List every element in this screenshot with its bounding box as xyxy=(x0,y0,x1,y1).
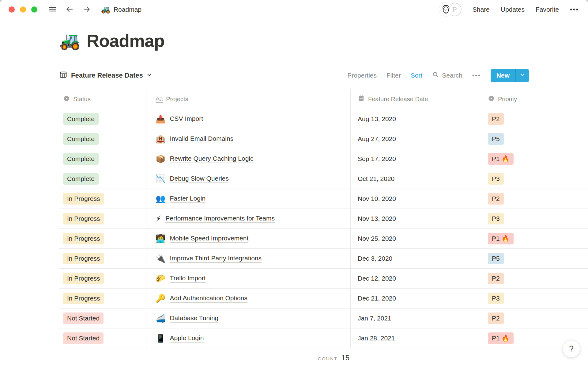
close-window-button[interactable] xyxy=(9,6,15,13)
filter-button[interactable]: Filter xyxy=(386,72,401,79)
project-emoji-icon: 🔌 xyxy=(156,255,165,263)
date-cell[interactable]: Oct 21, 2020 xyxy=(351,169,483,189)
project-page-link[interactable]: ⚡ Performance Improvements for Teams xyxy=(156,215,275,223)
status-cell[interactable]: Complete xyxy=(59,169,146,189)
column-header-status[interactable]: Status xyxy=(59,89,146,109)
page-title[interactable]: Roadmap xyxy=(87,31,164,51)
priority-cell[interactable]: P2 xyxy=(483,269,588,288)
project-cell[interactable]: 🔑 Add Authentication Options xyxy=(146,289,351,308)
status-cell[interactable]: In Progress xyxy=(59,209,146,228)
view-more-button[interactable]: ••• xyxy=(472,72,481,79)
project-cell[interactable]: 📥 CSV Import xyxy=(146,109,351,129)
project-page-link[interactable]: 🔌 Improve Third Party Integrations xyxy=(156,255,262,263)
table-calculation-row[interactable]: COUNT 15 xyxy=(59,348,351,362)
project-title: Debug Slow Queries xyxy=(170,175,229,183)
search-button[interactable]: Search xyxy=(432,71,462,80)
project-page-link[interactable]: 🌮 Trello Import xyxy=(156,274,206,283)
project-cell[interactable]: 👩‍💻 Mobile Speed Improvement xyxy=(146,229,351,248)
sort-button[interactable]: Sort xyxy=(411,72,423,79)
status-cell[interactable]: In Progress xyxy=(59,189,146,209)
status-cell[interactable]: Complete xyxy=(59,129,146,149)
project-cell[interactable]: ⚡ Performance Improvements for Teams xyxy=(146,209,351,228)
project-page-link[interactable]: 👩‍💻 Mobile Speed Improvement xyxy=(156,235,248,243)
project-cell[interactable]: 🔌 Improve Third Party Integrations xyxy=(146,249,351,268)
date-cell[interactable]: Nov 10, 2020 xyxy=(351,189,483,209)
column-header-priority[interactable]: Priority xyxy=(483,89,588,109)
status-cell[interactable]: Complete xyxy=(59,109,146,129)
project-page-link[interactable]: 🚄 Database Tuning xyxy=(156,314,218,323)
priority-cell[interactable]: P2 xyxy=(483,189,588,209)
minimize-window-button[interactable] xyxy=(20,6,26,13)
zoom-window-button[interactable] xyxy=(31,6,37,13)
date-cell[interactable]: Jan 28, 2021 xyxy=(351,328,483,348)
status-cell[interactable]: Not Started xyxy=(59,309,146,328)
project-title: CSV Import xyxy=(170,115,203,123)
date-cell[interactable]: Dec 12, 2020 xyxy=(351,269,483,288)
priority-cell[interactable]: P2 xyxy=(483,109,588,129)
project-page-link[interactable]: 📉 Debug Slow Queries xyxy=(156,175,229,183)
project-page-link[interactable]: 👥 Faster Login xyxy=(156,195,205,203)
project-cell[interactable]: 🌮 Trello Import xyxy=(146,269,351,288)
breadcrumb[interactable]: 🚜 Roadmap xyxy=(101,6,141,13)
properties-button[interactable]: Properties xyxy=(347,72,377,79)
project-page-link[interactable]: 📦 Rewrite Query Caching Logic xyxy=(156,155,254,163)
date-cell[interactable]: Aug 27, 2020 xyxy=(351,129,483,149)
project-cell[interactable]: 👥 Faster Login xyxy=(146,189,351,209)
collaborator-avatars[interactable]: P xyxy=(439,3,462,16)
date-cell[interactable]: Aug 13, 2020 xyxy=(351,109,483,129)
priority-cell[interactable]: P5 xyxy=(483,129,588,149)
sidebar-menu-button[interactable] xyxy=(48,5,57,14)
status-badge: Complete xyxy=(63,173,99,184)
project-page-link[interactable]: 🏨 Invalid Email Domains xyxy=(156,135,233,143)
priority-cell[interactable]: P5 xyxy=(483,249,588,268)
priority-cell[interactable]: P1 🔥 xyxy=(483,229,588,248)
table-row: Complete 📥 CSV Import Aug 13, 2020 P2 xyxy=(59,109,588,129)
favorite-button[interactable]: Favorite xyxy=(536,6,559,13)
status-cell[interactable]: Complete xyxy=(59,149,146,169)
table-row: In Progress 👩‍💻 Mobile Speed Improvement… xyxy=(59,229,588,249)
view-selector[interactable]: Feature Release Dates xyxy=(59,71,152,81)
priority-cell[interactable]: P3 xyxy=(483,209,588,228)
priority-cell[interactable]: P3 xyxy=(483,169,588,189)
project-cell[interactable]: 🏨 Invalid Email Domains xyxy=(146,129,351,149)
date-cell[interactable]: Nov 25, 2020 xyxy=(351,229,483,248)
date-cell[interactable]: Dec 3, 2020 xyxy=(351,249,483,268)
column-header-projects[interactable]: Aa Projects xyxy=(146,89,351,109)
status-cell[interactable]: In Progress xyxy=(59,289,146,308)
date-cell[interactable]: Sep 17, 2020 xyxy=(351,149,483,169)
more-options-button[interactable]: ••• xyxy=(570,6,579,13)
project-cell[interactable]: 📱 Apple Login xyxy=(146,328,351,348)
page-icon-tractor[interactable]: 🚜 xyxy=(59,32,81,49)
project-cell[interactable]: 📉 Debug Slow Queries xyxy=(146,169,351,189)
status-cell[interactable]: In Progress xyxy=(59,249,146,268)
release-date: Nov 10, 2020 xyxy=(358,195,396,202)
status-badge: Not Started xyxy=(63,312,104,324)
table-row: Not Started 📱 Apple Login Jan 28, 2021 P… xyxy=(59,328,588,348)
status-cell[interactable]: In Progress xyxy=(59,229,146,248)
new-button[interactable]: New xyxy=(491,69,529,82)
date-cell[interactable]: Jan 7, 2021 xyxy=(351,309,483,328)
column-header-feature-release-date[interactable]: Feature Release Date xyxy=(351,89,483,109)
status-cell[interactable]: Not Started xyxy=(59,328,146,348)
page-header: 🚜 Roadmap xyxy=(59,31,588,51)
share-button[interactable]: Share xyxy=(473,6,490,13)
help-button[interactable]: ? xyxy=(563,340,580,358)
date-cell[interactable]: Nov 13, 2020 xyxy=(351,209,483,228)
new-dropdown-button[interactable] xyxy=(515,69,529,82)
priority-cell[interactable]: P2 xyxy=(483,309,588,328)
project-cell[interactable]: 📦 Rewrite Query Caching Logic xyxy=(146,149,351,169)
select-property-icon xyxy=(488,95,495,103)
priority-cell[interactable]: P3 xyxy=(483,289,588,308)
forward-button[interactable] xyxy=(82,5,91,15)
back-button[interactable] xyxy=(65,5,74,15)
count-label: COUNT xyxy=(318,356,337,361)
project-page-link[interactable]: 📱 Apple Login xyxy=(156,334,204,343)
table-row: In Progress ⚡ Performance Improvements f… xyxy=(59,209,588,229)
project-cell[interactable]: 🚄 Database Tuning xyxy=(146,309,351,328)
priority-cell[interactable]: P1 🔥 xyxy=(483,149,588,169)
project-page-link[interactable]: 📥 CSV Import xyxy=(156,115,203,123)
date-cell[interactable]: Dec 21, 2020 xyxy=(351,289,483,308)
project-page-link[interactable]: 🔑 Add Authentication Options xyxy=(156,294,247,303)
updates-button[interactable]: Updates xyxy=(501,6,525,13)
status-cell[interactable]: In Progress xyxy=(59,269,146,288)
